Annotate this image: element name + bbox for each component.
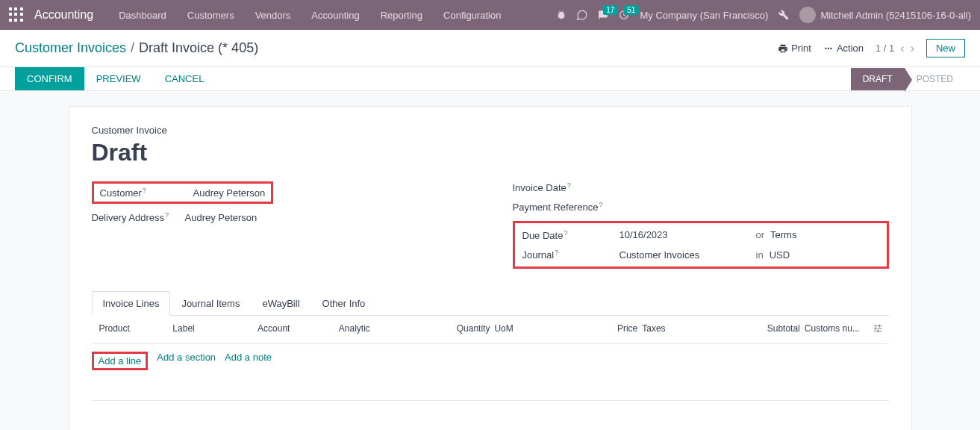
app-name: Accounting <box>34 8 93 22</box>
nav-configuration[interactable]: Configuration <box>436 5 508 25</box>
form-card: Customer Invoice Draft Customer? Audrey … <box>69 106 912 430</box>
add-line-button[interactable]: Add a line <box>99 355 142 367</box>
nav-reporting[interactable]: Reporting <box>373 5 430 25</box>
preview-button[interactable]: PREVIEW <box>84 67 153 90</box>
pager-prev[interactable]: ‹ <box>900 42 904 55</box>
company-selector[interactable]: My Company (San Francisco) <box>640 10 768 21</box>
delivery-field[interactable]: Audrey Peterson <box>185 212 258 223</box>
nav-dashboard[interactable]: Dashboard <box>111 5 174 25</box>
due-date-or: or <box>756 229 765 240</box>
journal-label: Journal? <box>522 249 619 261</box>
highlight-customer: Customer? Audrey Peterson <box>92 181 274 204</box>
journal-field[interactable]: Customer Invoices <box>619 249 750 261</box>
tab-invoice-lines[interactable]: Invoice Lines <box>92 291 171 316</box>
new-button[interactable]: New <box>926 39 965 57</box>
customer-label: Customer? <box>100 187 193 199</box>
chat-badge: 17 <box>603 5 617 15</box>
th-uom: UoM <box>490 323 604 336</box>
customer-field[interactable]: Audrey Peterson <box>193 187 266 199</box>
delivery-label: Delivery Address? <box>92 211 185 223</box>
add-section-button[interactable]: Add a section <box>157 352 216 370</box>
th-analytic: Analytic <box>339 323 446 336</box>
add-note-button[interactable]: Add a note <box>225 352 272 370</box>
apps-grid-icon[interactable] <box>9 7 24 22</box>
page-controls: Print Action 1 / 1 ‹ › New <box>778 39 965 57</box>
breadcrumb-sep: / <box>131 40 134 56</box>
terms-field[interactable]: Terms <box>770 229 796 240</box>
nav-customers[interactable]: Customers <box>180 5 242 25</box>
main-content: Customer Invoice Draft Customer? Audrey … <box>69 91 912 430</box>
form-subtitle: Customer Invoice <box>92 125 889 136</box>
breadcrumb: Customer Invoices / Draft Invoice (* 405… <box>15 40 258 56</box>
action-button[interactable]: Action <box>823 43 864 54</box>
th-account: Account <box>258 323 339 336</box>
breadcrumb-current: Draft Invoice (* 405) <box>139 40 258 56</box>
confirm-button[interactable]: CONFIRM <box>15 67 84 90</box>
cancel-button[interactable]: CANCEL <box>153 67 216 90</box>
chat-icon[interactable]: 17 <box>598 10 608 20</box>
th-taxes: Taxes <box>637 323 755 336</box>
nav-accounting[interactable]: Accounting <box>304 5 366 25</box>
nav-vendors[interactable]: Vendors <box>248 5 299 25</box>
column-settings-icon[interactable] <box>867 323 889 336</box>
th-subtotal: Subtotal <box>755 323 799 336</box>
tab-other-info[interactable]: Other Info <box>311 291 377 315</box>
action-bar: CONFIRM PREVIEW CANCEL DRAFT POSTED <box>0 67 980 91</box>
status-bar: DRAFT POSTED <box>851 68 965 90</box>
breadcrumb-parent[interactable]: Customer Invoices <box>15 40 126 56</box>
highlight-add-line: Add a line <box>92 352 149 370</box>
currency-field[interactable]: USD <box>770 249 790 261</box>
top-nav: Accounting Dashboard Customers Vendors A… <box>0 0 980 30</box>
activity-badge: 51 <box>624 5 638 15</box>
bug-icon[interactable] <box>556 10 567 20</box>
tabs: Invoice Lines Journal Items eWayBill Oth… <box>92 291 889 316</box>
table-header: Product Label Account Analytic Quantity … <box>92 316 889 344</box>
journal-in: in <box>756 249 764 261</box>
form-title: Draft <box>92 139 889 166</box>
pager: 1 / 1 ‹ › <box>876 42 914 55</box>
table-empty <box>92 400 889 430</box>
breadcrumb-bar: Customer Invoices / Draft Invoice (* 405… <box>0 30 980 67</box>
tab-ewaybill[interactable]: eWayBill <box>251 291 310 315</box>
status-posted[interactable]: POSTED <box>905 68 965 90</box>
tab-journal-items[interactable]: Journal Items <box>170 291 251 315</box>
th-price: Price <box>605 323 637 336</box>
user-menu[interactable]: Mitchell Admin (52415106-16-0-all) <box>799 7 971 23</box>
pager-count: 1 / 1 <box>876 43 894 54</box>
signal-icon[interactable] <box>577 10 587 20</box>
th-quantity: Quantity <box>446 323 490 336</box>
clock-icon[interactable]: 51 <box>619 10 629 20</box>
payment-ref-label: Payment Reference? <box>513 201 617 213</box>
highlight-due-journal: Due Date? 10/16/2023 or Terms Journal? C… <box>513 221 889 269</box>
avatar <box>799 7 816 23</box>
user-name: Mitchell Admin (52415106-16-0-all) <box>820 10 971 21</box>
due-date-label: Due Date? <box>522 229 619 241</box>
due-date-field[interactable]: 10/16/2023 <box>619 229 750 240</box>
status-draft[interactable]: DRAFT <box>851 68 905 90</box>
th-product: Product <box>92 323 173 336</box>
th-customs: Customs nu... <box>800 323 867 336</box>
invoice-date-label: Invoice Date? <box>513 181 617 193</box>
print-button[interactable]: Print <box>778 43 811 54</box>
pager-next[interactable]: › <box>911 42 914 55</box>
th-label: Label <box>172 323 258 336</box>
tools-icon[interactable] <box>778 10 789 20</box>
table-actions: Add a line Add a section Add a note <box>92 344 889 378</box>
